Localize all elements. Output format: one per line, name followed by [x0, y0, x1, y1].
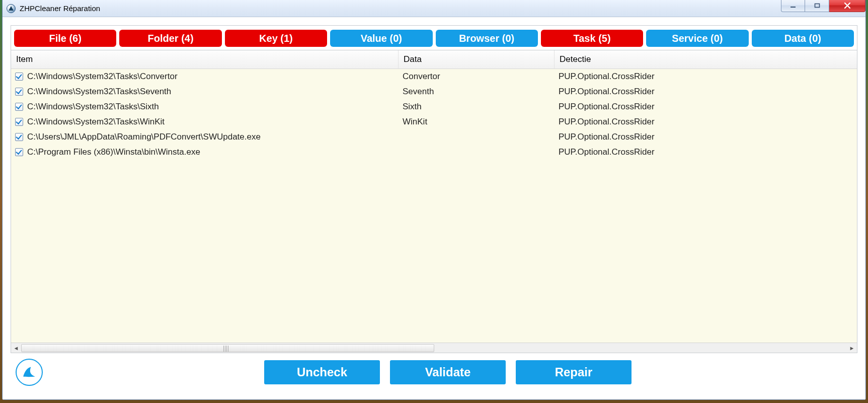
tab-4[interactable]: Browser (0) [436, 30, 538, 47]
cell-detectie: PUP.Optional.CrossRider [555, 130, 857, 144]
tab-2[interactable]: Key (1) [225, 30, 327, 47]
row-checkbox[interactable] [15, 118, 23, 126]
cell-item-text: C:\Windows\System32\Tasks\WinKit [27, 117, 165, 127]
tab-label: Service (0) [672, 33, 723, 44]
window-title: ZHPCleaner Réparation [20, 4, 100, 13]
row-checkbox[interactable] [15, 73, 23, 81]
minimize-button[interactable] [781, 0, 805, 12]
maximize-icon [814, 2, 821, 9]
close-button[interactable] [829, 0, 865, 12]
scroll-track[interactable] [21, 344, 847, 352]
tab-7[interactable]: Data (0) [752, 30, 854, 47]
tab-label: Value (0) [361, 33, 402, 44]
tab-label: Task (5) [574, 33, 611, 44]
tab-6[interactable]: Service (0) [646, 30, 748, 47]
cell-detectie: PUP.Optional.CrossRider [555, 115, 857, 128]
tab-label: Key (1) [259, 33, 293, 44]
minimize-icon [790, 2, 797, 9]
table-row[interactable]: C:\Windows\System32\Tasks\SixthSixthPUP.… [11, 99, 857, 114]
tab-label: Browser (0) [459, 33, 514, 44]
results-list: C:\Windows\System32\Tasks\ConvertorConve… [11, 69, 857, 343]
col-item[interactable]: Item [11, 50, 399, 69]
app-window: ZHPCleaner Réparation File (6)Folder (4)… [2, 0, 866, 400]
scroll-left-arrow-icon[interactable]: ◄ [11, 344, 21, 353]
repair-button[interactable]: Repair [516, 360, 632, 384]
cell-item: C:\Windows\System32\Tasks\Sixth [11, 100, 399, 113]
cell-item: C:\Windows\System32\Tasks\Seventh [11, 85, 399, 98]
table-row[interactable]: C:\Windows\System32\Tasks\ConvertorConve… [11, 69, 857, 84]
table-row[interactable]: C:\Program Files (x86)\Winsta\bin\Winsta… [11, 145, 857, 160]
cell-data: WinKit [399, 115, 555, 128]
validate-button[interactable]: Validate [390, 360, 506, 384]
cell-item-text: C:\Windows\System32\Tasks\Seventh [27, 87, 171, 97]
col-detectie[interactable]: Detectie [555, 50, 857, 69]
tab-label: Data (0) [784, 33, 821, 44]
horizontal-scrollbar[interactable]: ◄ ► [11, 343, 857, 353]
cell-data: Sixth [399, 100, 555, 113]
cell-detectie: PUP.Optional.CrossRider [555, 146, 857, 159]
cell-data [399, 151, 555, 154]
table-row[interactable]: C:\Windows\System32\Tasks\WinKitWinKitPU… [11, 114, 857, 129]
content-frame: File (6)Folder (4)Key (1)Value (0)Browse… [11, 25, 857, 353]
cell-item: C:\Users\JML\AppData\Roaming\PDFConvert\… [11, 130, 399, 144]
footer: Uncheck Validate Repair [11, 353, 857, 391]
row-checkbox[interactable] [15, 88, 23, 96]
cell-item: C:\Windows\System32\Tasks\Convertor [11, 70, 399, 83]
cell-data [399, 136, 555, 139]
cell-item: C:\Windows\System32\Tasks\WinKit [11, 115, 399, 128]
titlebar[interactable]: ZHPCleaner Réparation [3, 0, 865, 17]
app-logo[interactable] [16, 359, 43, 386]
list-header: Item Data Detectie [11, 50, 857, 69]
tab-label: Folder (4) [148, 33, 194, 44]
svg-rect-1 [815, 4, 819, 7]
table-row[interactable]: C:\Windows\System32\Tasks\SeventhSeventh… [11, 84, 857, 99]
cell-item-text: C:\Windows\System32\Tasks\Convertor [27, 72, 178, 82]
cell-item: C:\Program Files (x86)\Winsta\bin\Winsta… [11, 146, 399, 159]
client-area: File (6)Folder (4)Key (1)Value (0)Browse… [3, 17, 865, 399]
scroll-right-arrow-icon[interactable]: ► [847, 344, 857, 353]
cell-detectie: PUP.Optional.CrossRider [555, 100, 857, 113]
maximize-button[interactable] [805, 0, 829, 12]
cell-item-text: C:\Users\JML\AppData\Roaming\PDFConvert\… [27, 132, 261, 142]
table-row[interactable]: C:\Users\JML\AppData\Roaming\PDFConvert\… [11, 129, 857, 145]
tab-0[interactable]: File (6) [14, 30, 116, 47]
cell-data: Convertor [399, 70, 555, 83]
row-checkbox[interactable] [15, 133, 23, 141]
row-checkbox[interactable] [15, 103, 23, 111]
cell-data: Seventh [399, 85, 555, 98]
cell-item-text: C:\Windows\System32\Tasks\Sixth [27, 102, 159, 112]
col-data[interactable]: Data [399, 50, 555, 69]
tab-1[interactable]: Folder (4) [119, 30, 221, 47]
svg-rect-0 [791, 7, 796, 8]
cell-detectie: PUP.Optional.CrossRider [555, 70, 857, 83]
category-tabs: File (6)Folder (4)Key (1)Value (0)Browse… [11, 26, 857, 50]
tab-label: File (6) [49, 33, 81, 44]
app-icon [7, 4, 16, 13]
scroll-thumb[interactable] [21, 344, 434, 352]
shark-fin-icon [21, 364, 38, 381]
cell-detectie: PUP.Optional.CrossRider [555, 85, 857, 98]
close-icon [843, 2, 851, 10]
window-controls [781, 0, 865, 12]
tab-5[interactable]: Task (5) [541, 30, 643, 47]
action-buttons: Uncheck Validate Repair [264, 360, 632, 384]
cell-item-text: C:\Program Files (x86)\Winsta\bin\Winsta… [27, 147, 200, 157]
tab-3[interactable]: Value (0) [330, 30, 432, 47]
row-checkbox[interactable] [15, 148, 23, 156]
uncheck-button[interactable]: Uncheck [264, 360, 380, 384]
